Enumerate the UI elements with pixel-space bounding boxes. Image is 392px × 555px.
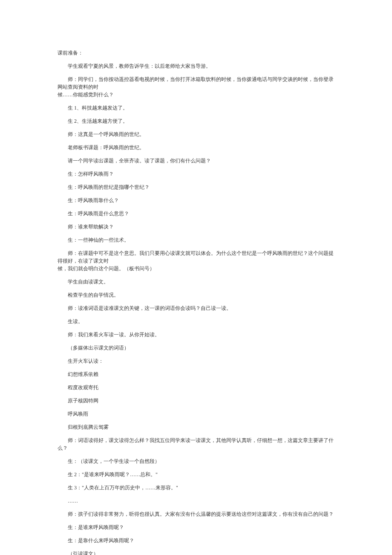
text-line: 生：一些神仙的一些法术。 bbox=[58, 236, 334, 244]
text-line: 生：是谁来呼风唤雨呢？ bbox=[58, 523, 334, 531]
text-line: 师：在课题中可不是这个意思。我们只要用心读课文就可以体会。为什么这个世纪是一个呼… bbox=[58, 249, 334, 265]
text-line: 生：是靠什么来呼风唤雨呢？ bbox=[58, 537, 334, 544]
text-line: 师：我们来看火车读一读。从你开始读。 bbox=[58, 331, 334, 338]
text-line: 学生观看宁夏的风景，教师告诉学生：以后老师给大家当导游。 bbox=[58, 62, 334, 70]
text-line: 老师板书课题：呼风唤雨的世纪。 bbox=[58, 144, 334, 151]
text-line: 呼风唤雨 bbox=[58, 410, 334, 418]
text-line: 幻想维系依赖 bbox=[58, 370, 334, 378]
text-line: 归根到底腾云驾雾 bbox=[58, 423, 334, 431]
text-line: 生 2、生活越来越方便了。 bbox=[58, 117, 334, 125]
text-line: 师：同学们，当你按动遥控器看电视的时候，当你打开冰箱取饮料的时候，当你拨通电话与… bbox=[58, 75, 334, 91]
text-line: 师：这真是一个呼风唤雨的世纪。 bbox=[58, 130, 334, 138]
text-line: 师：词语读得好，课文读得怎么样？我找五位同学来读一读课文，其他同学认真听，仔细想… bbox=[58, 436, 334, 452]
text-line: 候……你能感觉到什么？ bbox=[58, 91, 334, 98]
text-line: …… bbox=[58, 497, 334, 505]
text-line: 生：呼风唤雨的世纪是指哪个世纪？ bbox=[58, 183, 334, 191]
text-line: 生：呼风唤雨是什么意思？ bbox=[58, 210, 334, 217]
text-line: 学生自由读课文。 bbox=[58, 278, 334, 286]
text-line: 课前准备： bbox=[58, 49, 334, 57]
text-line: 师：谁来帮助解决？ bbox=[58, 223, 334, 231]
text-line: 生 3："人类在上百万年的历史中，……来形容。" bbox=[58, 484, 334, 491]
text-line: 程度改观寄托 bbox=[58, 384, 334, 391]
text-line: 请一个同学读出课题，全班齐读。读了课题，你们有什么问题？ bbox=[58, 157, 334, 165]
text-line: 生开火车认读： bbox=[58, 357, 334, 365]
text-line: 检查学生的自学情况。 bbox=[58, 291, 334, 299]
text-line: 生 2："是谁来呼风唤雨呢？……总和。" bbox=[58, 471, 334, 478]
text-line: （多媒体出示课文的词语） bbox=[58, 344, 334, 352]
text-line: 候，我们就会明白这个问题。（板书问号） bbox=[58, 265, 334, 272]
text-line: 生读。 bbox=[58, 318, 334, 325]
text-line: 师：读准词语是读准课文的关键，这一课的词语你会读吗？自己读一读。 bbox=[58, 304, 334, 312]
text-line: 生：呼风唤雨靠什么？ bbox=[58, 197, 334, 204]
text-line: 生：怎样呼风唤雨？ bbox=[58, 170, 334, 178]
text-line: （引读课文） bbox=[58, 550, 334, 555]
text-line: 师：孩子们读得非常努力，听得也很认真。大家有没有什么温馨的提示要送给这些对这篇课… bbox=[58, 510, 334, 518]
text-line: 生 1、科技越来越发达了。 bbox=[58, 104, 334, 112]
text-line: 生：（读课文，一个学生读一个自然段） bbox=[58, 457, 334, 465]
text-line: 原子核因特网 bbox=[58, 397, 334, 405]
